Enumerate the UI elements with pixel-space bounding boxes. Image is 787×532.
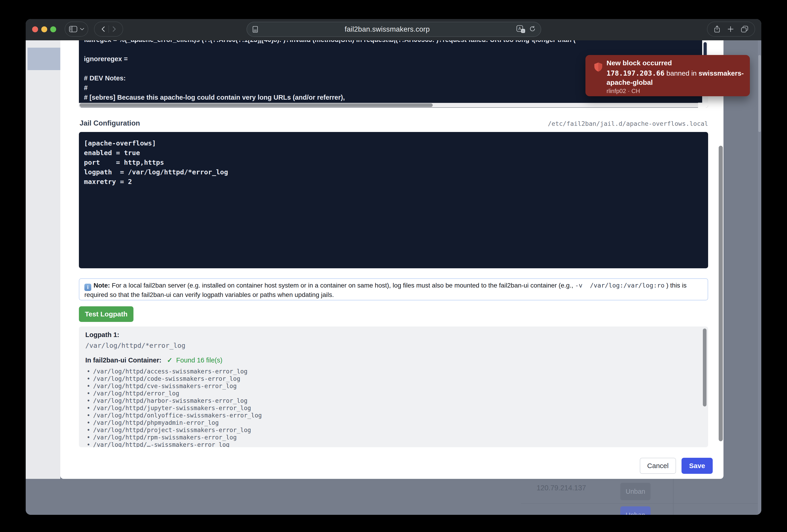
note-code-snippet: -v /var/log:/var/log:ro (575, 282, 664, 289)
mount-note-callout: iNote: For a local fail2ban server (e.g.… (79, 279, 708, 301)
back-icon[interactable] (102, 26, 105, 32)
table-row-divider (521, 503, 758, 504)
toast-title: New block occurred (607, 59, 672, 67)
code-line: [apache-overflows] (84, 138, 699, 148)
new-block-toast[interactable]: New block occurred 178.197.203.66 banned… (586, 55, 750, 96)
reload-icon[interactable] (529, 26, 535, 33)
toast-banned-in: banned in (664, 69, 699, 77)
check-icon: ✓ (167, 356, 172, 364)
list-item: /var/log/httpd/jupyter-swissmakers-error… (85, 404, 262, 412)
cancel-button[interactable]: Cancel (640, 458, 676, 474)
logpath-label: Logpath 1: (85, 331, 119, 339)
browser-toolbar: fail2ban.swissmakers.corp A ☆ (26, 19, 761, 40)
list-item: /var/log/httpd/onlyoffice-swissmakers-er… (85, 412, 262, 419)
screenshot-stage: fail2ban.swissmakers.corp A ☆ (0, 0, 787, 532)
container-label: In fail2ban-ui Container: (85, 356, 162, 364)
found-files-count: Found 16 file(s) (176, 356, 222, 364)
list-item: /var/log/httpd/access-swissmakers-error_… (85, 368, 262, 375)
code-line (84, 44, 699, 54)
jail-config-file-path: /etc/fail2ban/jail.d/apache-overflows.lo… (548, 120, 708, 127)
test-logpath-button[interactable]: Test Logpath (79, 306, 133, 322)
found-files-list: /var/log/httpd/access-swissmakers-error_… (85, 368, 262, 447)
list-item: /var/log/httpd/phpmyadmin-error_log (85, 419, 262, 426)
list-item: /var/log/httpd/…-swissmakers-error_log (85, 441, 262, 447)
container-result-line: In fail2ban-ui Container: ✓ Found 16 fil… (85, 356, 222, 364)
tab-overview-icon[interactable] (741, 26, 748, 32)
note-label: Note: (93, 282, 110, 289)
share-icon[interactable] (714, 25, 720, 33)
toast-banned-ip: 178.197.203.66 (607, 69, 664, 77)
jail-configuration-heading: Jail Configuration (80, 119, 140, 127)
results-scrollbar-thumb[interactable] (703, 329, 706, 406)
forward-icon[interactable] (112, 26, 116, 32)
list-item: /var/log/httpd/error_log (85, 390, 262, 397)
nav-divider (108, 25, 109, 33)
list-item: /var/log/httpd/harbor-swissmakers-error_… (85, 397, 262, 404)
chevron-down-icon (80, 28, 84, 30)
list-item: /var/log/httpd/project-swissmakers-error… (85, 426, 262, 434)
code-line: port = http,https (84, 158, 699, 167)
list-item: /var/log/httpd/code-swissmakers-error_lo… (85, 375, 262, 382)
edit-jail-modal: failregex = %(_apache_error_client)s (?:… (60, 40, 723, 479)
svg-text:A: A (518, 26, 521, 31)
unban-button: Unban (620, 483, 651, 500)
shield-icon (594, 62, 603, 72)
list-item: /var/log/httpd/cve-swissmakers-error_log (85, 382, 262, 390)
list-item: /var/log/httpd/rpm-swissmakers-error_log (85, 434, 262, 441)
dimmed-sidebar (26, 40, 60, 479)
banned-ip-cell: 120.79.214.137 (537, 484, 586, 492)
info-icon: i (84, 284, 91, 291)
modal-scrollbar-thumb[interactable] (719, 146, 723, 441)
browser-window: fail2ban.swissmakers.corp A ☆ (26, 19, 761, 515)
code-line: failregex = %(_apache_error_client)s (?:… (84, 40, 699, 44)
toolbar-right-group (707, 22, 755, 37)
jail-config-editor[interactable]: [apache-overflows] enabled = true port =… (79, 132, 708, 268)
code-line: maxretry = 2 (84, 177, 699, 186)
code-line: enabled = true (84, 148, 699, 158)
logpath-test-results: Logpath 1: /var/log/httpd/*error_log In … (79, 327, 708, 447)
save-button[interactable]: Save (682, 458, 713, 474)
note-text-before: For a local fail2ban server (e.g. instal… (110, 282, 575, 289)
svg-text:☆: ☆ (522, 29, 525, 33)
dimmed-sidebar-header (27, 48, 60, 70)
new-tab-icon[interactable] (728, 26, 733, 32)
editor-scrollbar-corner (698, 103, 708, 108)
sidebar-toggle-button[interactable] (65, 22, 88, 37)
page-content: 120.79.214.137 Unban Unban failregex = %… (26, 40, 761, 515)
close-window-button[interactable] (32, 26, 38, 32)
page-scrollbar-track[interactable] (758, 40, 761, 515)
editor-horizontal-scrollbar[interactable] (79, 103, 698, 108)
sidebar-icon (69, 26, 77, 32)
toast-message: 178.197.203.66 banned in swissmakers-apa… (607, 69, 744, 87)
table-column-divider (673, 479, 674, 515)
address-bar[interactable]: fail2ban.swissmakers.corp A ☆ (247, 22, 541, 37)
page-scrollbar-thumb[interactable] (758, 55, 761, 132)
translate-icon[interactable]: A ☆ (516, 25, 526, 34)
minimize-window-button[interactable] (41, 26, 47, 32)
toast-host-country: rlinfp02 · CH (607, 88, 640, 95)
code-line: logpath = /var/log/httpd/*error_log (84, 167, 699, 177)
editor-horizontal-scrollbar-thumb[interactable] (80, 103, 433, 107)
zoom-window-button[interactable] (50, 26, 56, 32)
reader-icon[interactable] (253, 26, 258, 33)
history-nav-group (94, 22, 123, 37)
unban-button: Unban (620, 506, 651, 515)
logpath-value: /var/log/httpd/*error_log (85, 341, 186, 349)
url-text[interactable]: fail2ban.swissmakers.corp (258, 25, 516, 34)
